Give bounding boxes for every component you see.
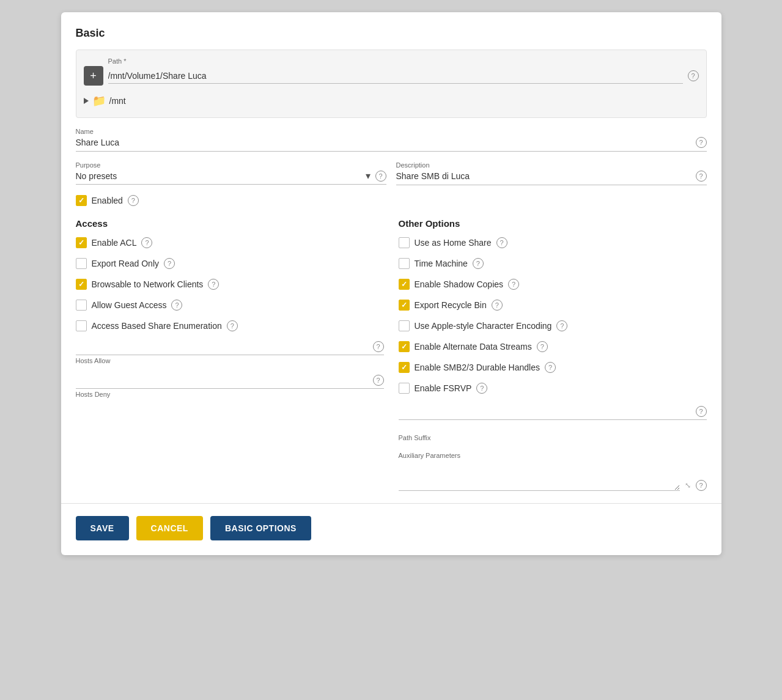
description-input[interactable] <box>396 170 691 182</box>
path-input[interactable] <box>108 68 683 84</box>
other-options-column: Other Options Use as Home Share ? Time M… <box>399 218 707 491</box>
purpose-field-group: Purpose No presets ▾ ? <box>76 161 386 185</box>
fsrvp-label: Enable FSRVP <box>415 383 472 393</box>
button-row: SAVE CANCEL BASIC OPTIONS <box>76 516 707 540</box>
time-machine-checkbox[interactable] <box>399 258 410 269</box>
path-suffix-input[interactable] <box>399 407 691 416</box>
fsrvp-help-icon[interactable]: ? <box>476 383 487 394</box>
hosts-deny-input[interactable] <box>76 375 368 385</box>
basic-options-button[interactable]: BASIC OPTIONS <box>210 516 311 540</box>
name-field-group: Name ? <box>76 128 707 152</box>
shadow-copies-label: Enable Shadow Copies <box>415 279 504 289</box>
cb-smb23-handles[interactable]: Enable SMB2/3 Durable Handles ? <box>399 362 707 373</box>
hosts-allow-field: ? Hosts Allow <box>76 341 384 365</box>
add-path-button[interactable]: + <box>84 66 103 86</box>
path-suffix-help-icon[interactable]: ? <box>696 406 707 417</box>
path-help-icon[interactable]: ? <box>688 70 699 81</box>
export-read-only-help-icon[interactable]: ? <box>164 258 175 269</box>
hosts-allow-label: Hosts Allow <box>76 357 111 364</box>
smb23-handles-label: Enable SMB2/3 Durable Handles <box>415 363 540 372</box>
access-based-help-icon[interactable]: ? <box>227 320 238 331</box>
purpose-description-row: Purpose No presets ▾ ? Description ? <box>76 161 707 185</box>
recycle-bin-help-icon[interactable]: ? <box>492 300 503 311</box>
browsable-help-icon[interactable]: ? <box>208 279 219 290</box>
path-suffix-label: Path Suffix <box>399 434 431 441</box>
hosts-deny-label: Hosts Deny <box>76 391 111 398</box>
access-column: Access Enable ACL ? Export Read Only ? B… <box>76 218 384 491</box>
cb-recycle-bin[interactable]: Export Recycle Bin ? <box>399 300 707 311</box>
enable-acl-checkbox[interactable] <box>76 237 87 248</box>
cb-alt-data-streams[interactable]: Enable Alternate Data Streams ? <box>399 341 707 352</box>
name-help-icon[interactable]: ? <box>696 137 707 148</box>
hosts-deny-row: ? <box>76 375 384 389</box>
apple-char-label: Use Apple-style Character Encoding <box>415 321 552 331</box>
browsable-checkbox[interactable] <box>76 279 87 290</box>
home-share-checkbox[interactable] <box>399 237 410 248</box>
purpose-select[interactable]: No presets <box>76 171 361 181</box>
cb-fsrvp[interactable]: Enable FSRVP ? <box>399 383 707 394</box>
apple-char-checkbox[interactable] <box>399 320 410 331</box>
cb-browsable[interactable]: Browsable to Network Clients ? <box>76 279 384 290</box>
allow-guest-checkbox[interactable] <box>76 300 87 311</box>
other-options-title: Other Options <box>399 218 707 229</box>
hosts-deny-field: ? Hosts Deny <box>76 375 384 399</box>
enabled-label: Enabled <box>92 196 123 205</box>
export-read-only-checkbox[interactable] <box>76 258 87 269</box>
hosts-allow-input[interactable] <box>76 342 368 352</box>
enable-acl-help-icon[interactable]: ? <box>141 237 152 248</box>
path-area: Path * + ? 📁 /mnt <box>76 50 707 118</box>
purpose-help-icon[interactable]: ? <box>375 171 386 182</box>
access-based-label: Access Based Share Enumeration <box>92 321 222 331</box>
access-title: Access <box>76 218 384 229</box>
folder-tree: 📁 /mnt <box>84 92 699 110</box>
shadow-copies-checkbox[interactable] <box>399 279 410 290</box>
smb23-handles-help-icon[interactable]: ? <box>545 362 556 373</box>
access-based-checkbox[interactable] <box>76 320 87 331</box>
home-share-help-icon[interactable]: ? <box>496 237 507 248</box>
cancel-button[interactable]: CANCEL <box>136 516 203 540</box>
cb-export-read-only[interactable]: Export Read Only ? <box>76 258 384 269</box>
resize-icon: ⤡ <box>685 481 691 490</box>
time-machine-help-icon[interactable]: ? <box>473 258 484 269</box>
section-title: Basic <box>76 27 707 40</box>
name-field-row: ? <box>76 136 707 152</box>
recycle-bin-checkbox[interactable] <box>399 300 410 311</box>
description-field-row: ? <box>396 170 707 185</box>
cb-apple-char[interactable]: Use Apple-style Character Encoding ? <box>399 320 707 331</box>
fsrvp-checkbox[interactable] <box>399 383 410 394</box>
auxiliary-params-textarea[interactable] <box>399 462 680 491</box>
smb23-handles-checkbox[interactable] <box>399 362 410 373</box>
purpose-dropdown-arrow: ▾ <box>366 170 371 182</box>
shadow-copies-help-icon[interactable]: ? <box>508 279 519 290</box>
name-input[interactable] <box>76 136 691 149</box>
hosts-deny-help-icon[interactable]: ? <box>373 375 384 386</box>
divider <box>61 503 721 504</box>
purpose-label: Purpose <box>76 161 386 169</box>
purpose-select-wrap: No presets ▾ ? <box>76 170 386 185</box>
export-read-only-label: Export Read Only <box>92 259 160 268</box>
expand-icon[interactable] <box>84 98 89 104</box>
cb-time-machine[interactable]: Time Machine ? <box>399 258 707 269</box>
apple-char-help-icon[interactable]: ? <box>556 320 567 331</box>
alt-data-streams-help-icon[interactable]: ? <box>537 341 548 352</box>
save-button[interactable]: SAVE <box>76 516 129 540</box>
enabled-help-icon[interactable]: ? <box>128 195 139 206</box>
auxiliary-params-label: Auxiliary Parameters <box>399 452 707 459</box>
cb-access-based[interactable]: Access Based Share Enumeration ? <box>76 320 384 331</box>
cb-allow-guest[interactable]: Allow Guest Access ? <box>76 300 384 311</box>
enabled-checkbox[interactable] <box>76 195 87 206</box>
cb-enable-acl[interactable]: Enable ACL ? <box>76 237 384 248</box>
cb-shadow-copies[interactable]: Enable Shadow Copies ? <box>399 279 707 290</box>
cb-home-share[interactable]: Use as Home Share ? <box>399 237 707 248</box>
recycle-bin-label: Export Recycle Bin <box>415 300 487 310</box>
hosts-allow-row: ? <box>76 341 384 355</box>
description-help-icon[interactable]: ? <box>696 171 707 182</box>
path-suffix-group: ? Path Suffix <box>399 406 707 442</box>
auxiliary-params-help-icon[interactable]: ? <box>696 480 707 491</box>
alt-data-streams-checkbox[interactable] <box>399 341 410 352</box>
time-machine-label: Time Machine <box>415 259 468 268</box>
allow-guest-help-icon[interactable]: ? <box>171 300 182 311</box>
main-card: Basic Path * + ? 📁 /mnt Name ? Purpose N… <box>61 12 721 555</box>
name-label: Name <box>76 128 707 135</box>
hosts-allow-help-icon[interactable]: ? <box>373 341 384 352</box>
